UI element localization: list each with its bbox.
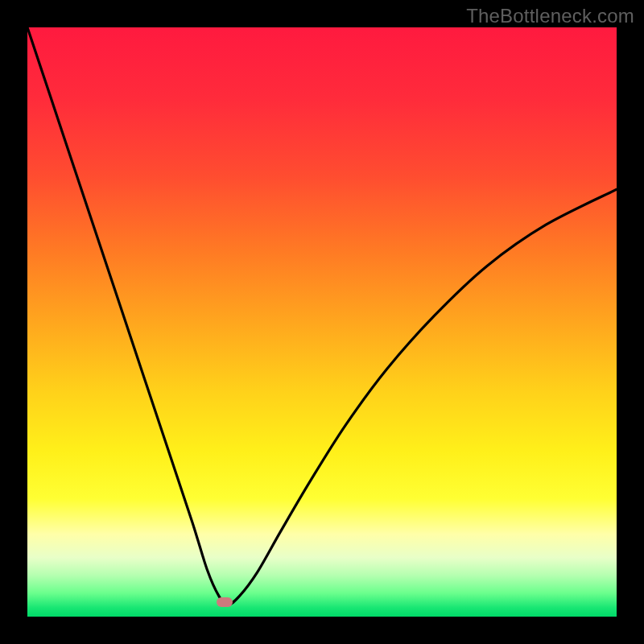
optimal-point-marker [217,597,233,607]
watermark-text: TheBottleneck.com [466,5,634,27]
chart-frame: TheBottleneck.com [0,0,644,644]
plot-area [27,27,617,617]
bottleneck-curve [27,27,617,617]
